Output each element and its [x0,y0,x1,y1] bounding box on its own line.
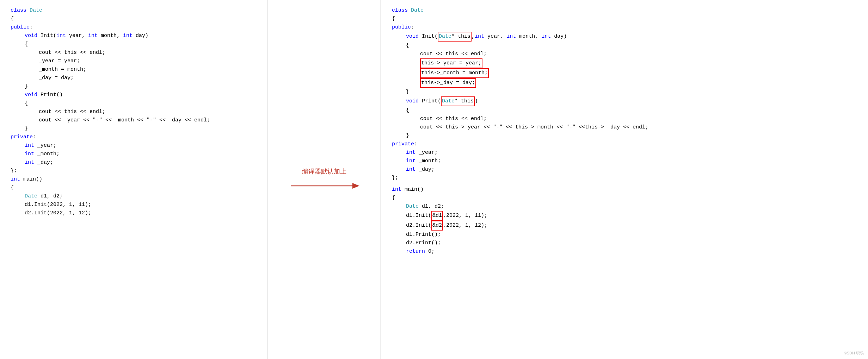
code-line: public: [11,23,257,32]
code-line: return 0; [392,247,857,256]
code-line: _year = year; [11,57,257,65]
main-container: class Date { public: void Init(int year,… [0,0,868,359]
code-line: void Print(Date* this) [392,96,857,106]
code-line: int _month; [392,157,857,165]
code-line: this->_day = day; [392,78,857,88]
redbox-d1: &d1 [431,211,443,221]
code-line: d1.Init(&d1,2022, 1, 11); [392,211,857,221]
code-line: { [392,15,857,23]
code-line: { [392,42,857,50]
code-line: Date d1, d2; [11,192,257,201]
code-line: cout << _year << "-" << _month << "-" <<… [11,116,257,125]
code-line: cout << this->_year << "-" << this->_mon… [392,123,857,132]
code-line: void Print() [11,91,257,99]
code-line: int _year; [11,141,257,150]
code-line: int _year; [392,149,857,157]
code-line: int _day; [11,158,257,167]
code-line: _month = month; [11,65,257,74]
code-line: int main() [11,175,257,184]
code-line: cout << this << endl; [11,108,257,116]
code-line: { [392,106,857,115]
code-line: cout << this << endl; [11,49,257,57]
left-code-panel: class Date { public: void Init(int year,… [0,0,268,359]
code-line: d2.Init(&d2,2022, 1, 12); [392,221,857,231]
code-line: }; [392,174,857,182]
redbox-this-year: this->_year = year; [420,58,482,68]
code-line: int _day; [392,165,857,174]
code-line: d2.Init(2022, 1, 12); [11,209,257,218]
code-line: Date d1, d2; [392,202,857,211]
code-line: this->_year = year; [392,58,857,68]
code-line: class Date [11,6,257,15]
code-line: this->_month = month; [392,68,857,78]
code-line: { [11,184,257,192]
redbox-date-this-init: Date* this [438,32,472,42]
code-line: } [392,132,857,140]
code-line: } [11,82,257,91]
code-line: int _month; [11,150,257,158]
left-code: class Date { public: void Init(int year,… [11,6,257,218]
code-line: private: [392,140,857,149]
code-line: cout << this << endl; [392,50,857,58]
code-line: } [392,88,857,96]
section-divider [392,184,857,184]
code-line: public: [392,23,857,32]
code-line: { [11,15,257,23]
code-line: d1.Init(2022, 1, 11); [11,201,257,209]
code-line: void Init(Date* this,int year, int month… [392,32,857,42]
code-line: private: [11,133,257,141]
right-code-panel: class Date { public: void Init(Date* thi… [381,0,868,359]
code-line: { [11,40,257,49]
code-line: d1.Print(); [392,231,857,239]
watermark: ©SDH 职场 [844,350,864,356]
redbox-this-month: this->_month = month; [420,68,489,78]
code-line: cout << this << endl; [392,115,857,123]
redbox-date-this-print: Date* this [441,96,475,106]
code-line: { [11,99,257,108]
arrow-label: 编译器默认加上 [302,167,346,177]
svg-marker-1 [352,183,359,189]
code-line: class Date [392,6,857,15]
code-line: { [392,194,857,202]
code-line: }; [11,167,257,175]
code-line: d2.Print(); [392,239,857,247]
right-code: class Date { public: void Init(Date* thi… [392,6,857,256]
code-line: } [11,125,257,133]
code-line: int main() [392,185,857,194]
redbox-d2: &d2 [431,221,443,231]
code-line: void Init(int year, int month, int day) [11,32,257,40]
redbox-this-day: this->_day = day; [420,78,476,88]
arrow-svg [289,180,359,192]
middle-arrow-area: 编译器默认加上 [268,0,381,359]
code-line: _day = day; [11,74,257,82]
